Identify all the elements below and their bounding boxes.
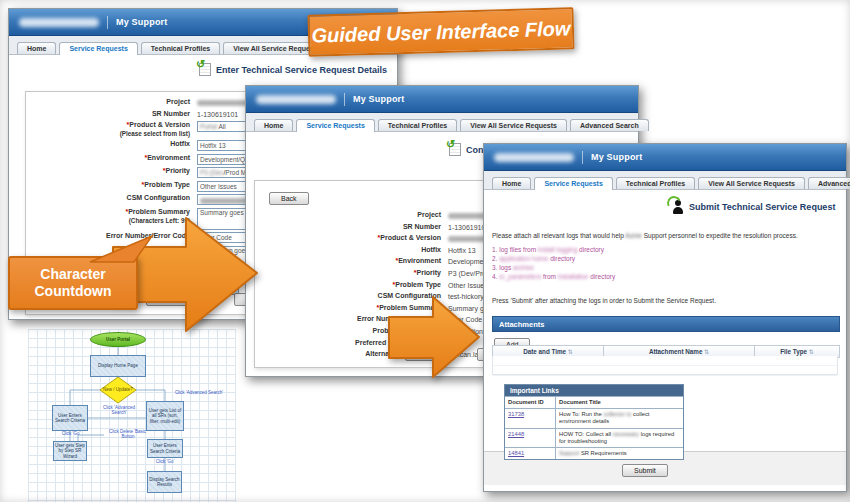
flow-node-right-3: Display Search Results [147,471,182,493]
flow-edge-label: Click 'Advanced Search' [164,391,234,396]
callout-body: Character Countdown [8,256,138,310]
cancel-button[interactable]: Cancel [405,348,451,361]
guided-flow-banner: Guided User Interface Flow [307,7,574,56]
flow-node-home: Display Home Page [90,355,146,377]
tab-home[interactable]: Home [254,119,293,131]
link-row: 14841 Support SR Requirements [505,447,683,459]
page-title: Enter Technical Service Request Details [199,63,387,76]
app-header: My Support [484,144,846,171]
callout-tail [86,233,156,263]
window-submit-sr: My Support Home Service Requests Technic… [483,143,847,492]
tab-service-requests[interactable]: Service Requests [59,42,137,55]
tab-technical-profiles[interactable]: Technical Profiles [616,177,695,189]
attach-instructions: Please attach all relevant logs that wou… [492,232,798,239]
character-countdown-callout: Character Countdown [8,256,138,310]
submit-action: Submit [622,459,668,477]
flow-edge-label: Click 'Go' [148,460,182,465]
workflow-diagram: User Portal Display Home Page New / Upda… [28,329,236,502]
company-logo [494,153,574,162]
flow-start-node: User Portal [90,332,146,347]
app-title: My Support [116,17,168,27]
flow-edge-label: Click 'Go' [54,432,88,437]
company-logo [256,95,336,104]
tab-bar: Home Service Requests Technical Profiles… [484,171,846,190]
document-title: How To: Run the collector to collect env… [556,409,683,427]
cancel-button[interactable]: Cancel [146,293,192,306]
log-item: 4. sr_parameters from installation direc… [492,272,615,281]
log-item: 3. logs archive [492,263,615,272]
service-request-icon [199,63,211,76]
document-title: Support SR Requirements [556,448,683,459]
header-divider [582,151,583,164]
flow-node-left-1: User Enters Search Criteria [52,405,88,431]
header-divider [107,16,108,29]
flow-edge-label: Click 'Advanced Search' [96,406,142,416]
link-row: 31738 How To: Run the collector to colle… [505,408,683,427]
submit-person-icon [672,199,684,214]
tab-technical-profiles[interactable]: Technical Profiles [378,119,457,131]
attachments-empty-rows [492,356,838,375]
tab-service-requests[interactable]: Service Requests [296,119,374,132]
tab-home[interactable]: Home [492,177,531,189]
important-links-panel: Important Links Document ID Document Tit… [504,384,684,460]
document-link[interactable]: 31738 [508,411,524,417]
app-header: My Support [246,86,638,113]
tab-advanced-search[interactable]: Advanced Search [808,177,850,189]
flow-edge-label: Click Delete 'Basic' Button [106,430,150,440]
log-item: 1. log files from install logging direct… [492,245,615,254]
header-divider [344,93,345,106]
page-title: Submit Technical Service Request [672,199,835,214]
flow-node-right-1: User gets List of all SRs (sort, filter,… [146,401,184,431]
tab-technical-profiles[interactable]: Technical Profiles [141,42,220,54]
log-item: 2. application home directory [492,254,615,263]
press-submit-note: Press 'Submit' after attaching the logs … [492,297,716,304]
app-title: My Support [591,152,643,162]
company-logo [19,18,99,27]
link-row: 21448 HOW TO: Collect all necessary logs… [505,428,683,447]
links-column-headers: Document ID Document Title [505,396,683,408]
tab-advanced-search[interactable]: Advanced Search [570,119,649,131]
document-link[interactable]: 21448 [508,431,524,437]
flow-decision-node: New / Update? [101,381,135,399]
document-title: HOW TO: Collect all necessary logs requi… [556,429,683,447]
tab-home[interactable]: Home [17,42,56,54]
app-title: My Support [353,94,405,104]
tab-view-all-service-requests[interactable]: View All Service Requests [460,119,567,131]
flow-node-right-2: User Enters Search Criteria [147,439,183,458]
attachments-header: Attachments [492,316,840,332]
tab-view-all-service-requests[interactable]: View All Service Requests [698,177,805,189]
tab-bar: Home Service Requests Technical Profiles… [246,113,638,132]
submit-button[interactable]: Submit [622,464,668,477]
service-request-icon [449,143,461,156]
flow-node-left-2: User gets Step by Step SR Wizard [53,441,87,461]
back-button[interactable]: Back [269,192,309,205]
log-file-list: 1. log files from install logging direct… [492,245,615,281]
document-link[interactable]: 14841 [508,450,524,456]
important-links-header: Important Links [505,385,683,396]
tab-service-requests[interactable]: Service Requests [534,177,612,190]
